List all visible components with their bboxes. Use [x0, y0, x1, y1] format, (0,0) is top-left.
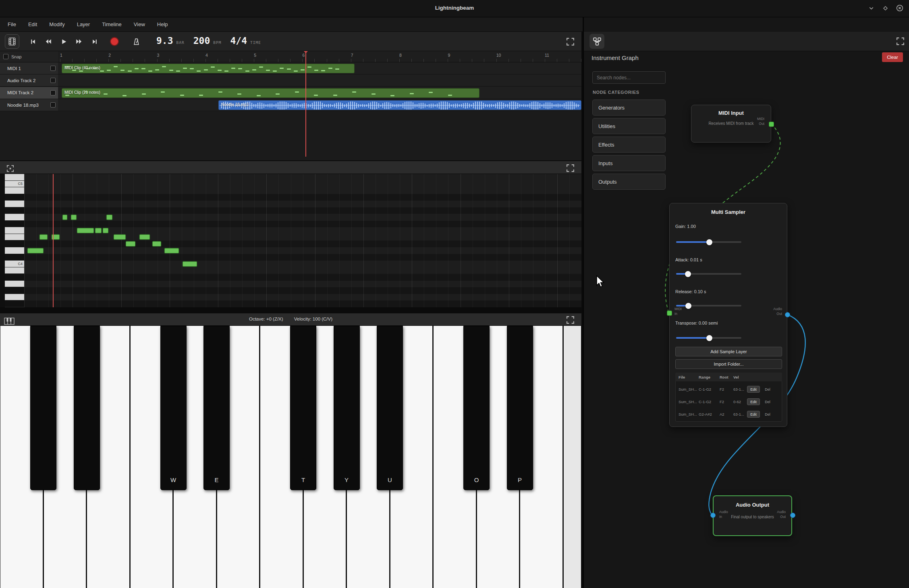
audio-out-port[interactable] — [790, 513, 795, 518]
add-sample-layer-button[interactable]: Add Sample Layer — [675, 347, 782, 356]
menu-item-file[interactable]: File — [2, 18, 22, 31]
roll-key-white[interactable] — [5, 174, 24, 181]
midi-in-port[interactable] — [667, 311, 672, 316]
category-utilities[interactable]: Utilities — [592, 118, 666, 134]
track-label[interactable]: Audio Track 2 — [0, 75, 58, 87]
midi-note[interactable] — [114, 234, 126, 240]
roll-key-black[interactable] — [5, 207, 24, 214]
clear-graph-button[interactable]: Clear — [882, 52, 903, 62]
window-minimize-icon[interactable] — [868, 5, 875, 13]
midi-note[interactable] — [71, 215, 77, 220]
audio-clip[interactable]: Noodle 18.mp3 — [218, 100, 581, 110]
audio-in-port[interactable] — [710, 513, 716, 518]
play-button[interactable] — [56, 34, 71, 49]
track-lane[interactable]: MIDI Clip (21 notes) — [58, 87, 581, 99]
track-checkbox[interactable] — [50, 66, 56, 71]
black-key[interactable]: O — [463, 326, 490, 490]
black-key[interactable]: Y — [334, 326, 360, 490]
category-effects[interactable]: Effects — [592, 137, 666, 153]
track-label[interactable]: MIDI 1 — [0, 62, 58, 75]
roll-key-white[interactable] — [5, 234, 24, 241]
record-button[interactable] — [107, 34, 122, 49]
track-checkbox[interactable] — [50, 78, 56, 83]
roll-key-white[interactable] — [5, 281, 24, 288]
category-outputs[interactable]: Outputs — [592, 174, 666, 190]
window-close-icon[interactable] — [896, 4, 903, 13]
import-folder-button[interactable]: Import Folder... — [675, 359, 782, 369]
menu-item-view[interactable]: View — [128, 18, 151, 31]
roll-key-black[interactable] — [5, 300, 24, 307]
piano-roll[interactable]: C5C4 — [0, 174, 581, 307]
midi-note[interactable] — [106, 215, 112, 220]
midi-note[interactable] — [139, 234, 150, 240]
roll-key-black[interactable] — [5, 241, 24, 248]
track-label[interactable]: MIDI Track 2 — [0, 87, 58, 99]
piano-roll-playhead[interactable] — [53, 174, 54, 307]
black-key[interactable]: W — [160, 326, 187, 490]
rewind-button[interactable] — [41, 34, 56, 49]
slider-knob[interactable] — [685, 303, 691, 309]
midi-note[interactable] — [126, 241, 135, 246]
category-inputs[interactable]: Inputs — [592, 155, 666, 171]
roll-key-white[interactable] — [5, 214, 24, 221]
menu-item-modify[interactable]: Modify — [43, 18, 71, 31]
snap-checkbox[interactable] — [3, 54, 8, 59]
delete-sample-button[interactable]: Del — [762, 398, 773, 405]
bpm-value[interactable]: 200 — [193, 35, 210, 46]
black-key[interactable]: P — [507, 326, 533, 490]
track-lane[interactable]: Noodle 18.mp3 — [58, 99, 581, 111]
graph-mode-button[interactable] — [589, 34, 604, 49]
timeline-ruler[interactable]: 1234567891011 — [58, 51, 581, 62]
menu-item-help[interactable]: Help — [151, 18, 174, 31]
track-checkbox[interactable] — [50, 102, 56, 108]
audio-out-port[interactable] — [785, 312, 790, 317]
roll-key-white[interactable] — [5, 227, 24, 234]
roll-key-black[interactable] — [5, 254, 24, 261]
delete-sample-button[interactable]: Del — [762, 411, 773, 418]
metronome-button[interactable] — [129, 34, 143, 49]
multi-sampler-node[interactable]: Multi Sampler Gain: 1.00Attack: 0.01 sRe… — [669, 203, 787, 427]
midi-note[interactable] — [152, 241, 161, 246]
snap-toggle[interactable]: Snap — [0, 51, 58, 62]
black-key[interactable]: U — [377, 326, 403, 490]
white-key[interactable] — [563, 326, 582, 588]
menu-item-layer[interactable]: Layer — [71, 18, 96, 31]
slider-knob[interactable] — [706, 239, 712, 245]
roll-key-black[interactable] — [5, 194, 24, 201]
roll-key-white[interactable] — [5, 187, 24, 194]
midi-note[interactable] — [62, 215, 67, 220]
piano-roll-key-column[interactable]: C5C4 — [5, 174, 24, 307]
roll-key-white[interactable] — [5, 247, 24, 254]
timeline-playhead[interactable] — [305, 51, 306, 157]
category-generators[interactable]: Generators — [592, 99, 666, 116]
black-key[interactable] — [30, 326, 56, 490]
roll-key-white[interactable]: C4 — [5, 261, 24, 267]
track-lane[interactable]: MIDI Clip (40 notes) — [58, 62, 581, 75]
slider-knob[interactable] — [685, 271, 691, 277]
piano-roll-fullscreen-button[interactable] — [564, 162, 576, 174]
midi-note[interactable] — [39, 234, 48, 240]
black-key[interactable]: E — [203, 326, 230, 490]
roll-key-white[interactable] — [5, 201, 24, 207]
piano-roll-grid[interactable] — [24, 174, 581, 307]
midi-note[interactable] — [103, 228, 108, 233]
skip-to-start-button[interactable] — [26, 34, 40, 49]
edit-sample-button[interactable]: Edit — [747, 386, 760, 393]
edit-sample-button[interactable]: Edit — [747, 411, 760, 418]
midi-clip[interactable]: MIDI Clip (40 notes) — [62, 64, 355, 73]
track-checkbox[interactable] — [50, 90, 56, 95]
roll-key-black[interactable] — [5, 221, 24, 228]
black-key[interactable]: T — [290, 326, 316, 490]
roll-key-white[interactable] — [5, 294, 24, 301]
midi-note[interactable] — [95, 228, 102, 233]
midi-note[interactable] — [77, 228, 94, 233]
edit-sample-button[interactable]: Edit — [747, 398, 760, 405]
delete-sample-button[interactable]: Del — [762, 386, 773, 393]
project-media-button[interactable] — [5, 34, 19, 49]
keyboard-fullscreen-button[interactable] — [564, 314, 576, 326]
node-search-input[interactable] — [592, 71, 666, 84]
window-maximize-icon[interactable] — [882, 5, 889, 13]
skip-to-end-button[interactable] — [87, 34, 102, 49]
timeline-fullscreen-button[interactable] — [564, 35, 576, 48]
slider-knob[interactable] — [706, 335, 712, 341]
